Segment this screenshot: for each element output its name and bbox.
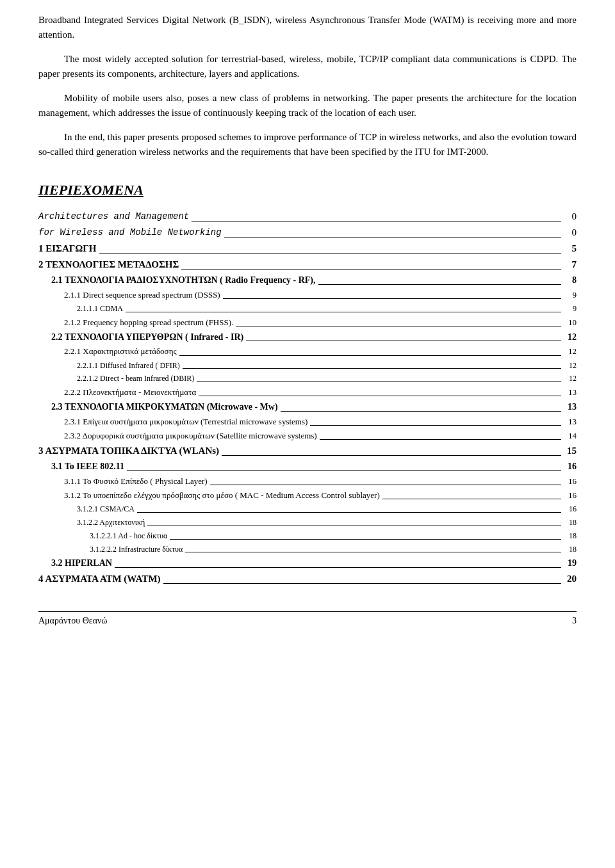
toc-dots-17	[222, 455, 561, 456]
toc-page-19: 16	[564, 476, 577, 487]
toc-dots-24	[185, 552, 561, 552]
toc-row-5: 2.1 ΤΕΧΝΟΛΟΓΙΑ ΡΑΔΙΟΣΥΧΝΟΤΗΤΩΝ ( Radio F…	[38, 274, 577, 287]
toc-label-16: 2.3.2 Δορυφορικά συστήματα μικροκυμάτων …	[64, 430, 317, 442]
toc-row-1: Architectures and Management 0	[38, 210, 577, 223]
toc-row-15: 2.3.1 Επίγεια συστήματα μικροκυμάτων (Te…	[38, 416, 577, 428]
toc-row-12: 2.2.1.2 Direct - beam Infrared (DBIR) 12	[38, 373, 577, 384]
toc-label-10: 2.2.1 Χαρακτηριστικά μετάδοσης	[64, 346, 177, 357]
toc-label-24: 3.1.2.2.2 Infrastructure δίκτυα	[90, 544, 183, 555]
toc-page-15: 13	[564, 416, 577, 428]
toc-label-22: 3.1.2.2 Αρχιτεκτονική	[77, 517, 145, 528]
toc-page-2: 0	[564, 226, 577, 239]
toc-page-4: 7	[564, 258, 577, 271]
toc-label-13: 2.2.2 Πλεονεκτήματα - Μειονεκτήματα	[64, 387, 196, 398]
toc-dots-3	[99, 253, 562, 253]
toc-page-10: 12	[564, 346, 577, 357]
toc-dots-11	[183, 368, 561, 369]
footer-page-number: 3	[572, 616, 577, 626]
toc-row-25: 3.2 HIPERLAN 19	[38, 557, 577, 570]
toc-page-24: 18	[564, 544, 577, 555]
paragraph-3: Mobility of mobile users also, poses a n…	[38, 91, 577, 120]
toc-row-22: 3.1.2.2 Αρχιτεκτονική 18	[38, 517, 577, 528]
toc-row-4: 2 ΤΕΧΝΟΛΟΓΙΕΣ ΜΕΤΑΔΟΣΗΣ 7	[38, 258, 577, 271]
toc-dots-22	[147, 526, 561, 526]
toc-label-25: 3.2 HIPERLAN	[51, 557, 112, 570]
paragraph-4: In the end, this paper presents proposed…	[38, 130, 577, 159]
toc-dots-6	[223, 298, 561, 299]
toc-dots-2	[224, 237, 561, 237]
toc-row-13: 2.2.2 Πλεονεκτήματα - Μειονεκτήματα 13	[38, 387, 577, 398]
page-footer: Αμαράντου Θεανώ 3	[38, 611, 577, 626]
toc-label-1: Architectures and Management	[38, 211, 189, 223]
toc-page-5: 8	[564, 274, 577, 287]
toc-dots-14	[281, 411, 561, 412]
toc-label-7: 2.1.1.1 CDMA	[77, 303, 123, 314]
toc-row-24: 3.1.2.2.2 Infrastructure δίκτυα 18	[38, 544, 577, 555]
page-content: Broadband Integrated Services Digital Ne…	[38, 0, 577, 626]
toc-row-9: 2.2 ΤΕΧΝΟΛΟΓΙΑ ΥΠΕΡΥΘΡΩΝ ( Infrared - IR…	[38, 331, 577, 344]
toc-label-26: 4 ΑΣΥΡΜΑΤΑ ΑΤΜ (WATM)	[38, 572, 161, 586]
toc-section-title: ΠΕΡΙΕΧΟΜΕΝΑ	[38, 182, 577, 198]
toc-label-21: 3.1.2.1 CSMA/CA	[77, 504, 135, 515]
toc-page-9: 12	[564, 331, 577, 344]
toc-page-6: 9	[564, 289, 577, 301]
toc-dots-4	[181, 269, 561, 269]
toc-row-18: 3.1 Το IEEE 802.11 16	[38, 460, 577, 473]
toc-page-14: 13	[564, 401, 577, 414]
toc-page-23: 18	[564, 531, 577, 542]
toc-label-17: 3 ΑΣΥΡΜΑΤΑ ΤΟΠΙΚΑ ΔΙΚΤΥΑ (WLANs)	[38, 444, 219, 458]
toc-label-3: 1 ΕΙΣΑΓΩΓΗ	[38, 242, 97, 255]
toc-dots-1	[192, 221, 561, 221]
toc-page-13: 13	[564, 387, 577, 398]
toc-label-14: 2.3 ΤΕΧΝΟΛΟΓΙΑ ΜΙΚΡΟΚΥΜΑΤΩΝ (Microwave -…	[51, 401, 278, 414]
toc-row-2: for Wireless and Mobile Networking 0	[38, 226, 577, 239]
toc-row-16: 2.3.2 Δορυφορικά συστήματα μικροκυμάτων …	[38, 430, 577, 442]
toc-label-5: 2.1 ΤΕΧΝΟΛΟΓΙΑ ΡΑΔΙΟΣΥΧΝΟΤΗΤΩΝ ( Radio F…	[51, 274, 316, 287]
toc-page-21: 16	[564, 504, 577, 515]
toc-page-16: 14	[564, 430, 577, 442]
toc-row-21: 3.1.2.1 CSMA/CA 16	[38, 504, 577, 515]
toc-label-15: 2.3.1 Επίγεια συστήματα μικροκυμάτων (Te…	[64, 416, 308, 428]
toc-page-25: 19	[564, 557, 577, 570]
toc-page-12: 12	[564, 373, 577, 384]
toc-label-4: 2 ΤΕΧΝΟΛΟΓΙΕΣ ΜΕΤΑΔΟΣΗΣ	[38, 258, 179, 271]
toc-dots-20	[382, 499, 561, 499]
toc-page-11: 12	[564, 360, 577, 371]
toc-row-14: 2.3 ΤΕΧΝΟΛΟΓΙΑ ΜΙΚΡΟΚΥΜΑΤΩΝ (Microwave -…	[38, 401, 577, 414]
toc-row-23: 3.1.2.2.1 Ad - hoc δίκτυα 18	[38, 531, 577, 542]
toc-label-23: 3.1.2.2.1 Ad - hoc δίκτυα	[90, 531, 167, 542]
toc-dots-10	[179, 355, 561, 356]
toc-dots-19	[210, 485, 561, 485]
toc-row-6: 2.1.1 Direct sequence spread spectrum (D…	[38, 289, 577, 301]
toc-dots-18	[127, 470, 561, 471]
toc-dots-7	[126, 312, 561, 312]
toc-label-19: 3.1.1 Το Φυσικό Επίπεδο ( Physical Layer…	[64, 476, 208, 487]
toc-row-20: 3.1.2 Το υποεπίπεδο ελέγχου πρόσβασης στ…	[38, 490, 577, 501]
toc-label-20: 3.1.2 Το υποεπίπεδο ελέγχου πρόσβασης στ…	[64, 490, 380, 501]
toc-dots-25	[115, 567, 561, 568]
toc-label-18: 3.1 Το IEEE 802.11	[51, 460, 124, 473]
toc-row-19: 3.1.1 Το Φυσικό Επίπεδο ( Physical Layer…	[38, 476, 577, 487]
toc-dots-9	[246, 341, 561, 341]
toc-label-8: 2.1.2 Frequency hopping spread spectrum …	[64, 317, 233, 328]
toc-page-18: 16	[564, 460, 577, 473]
toc-row-11: 2.2.1.1 Diffused Infrared ( DFIR) 12	[38, 360, 577, 371]
toc-row-17: 3 ΑΣΥΡΜΑΤΑ ΤΟΠΙΚΑ ΔΙΚΤΥΑ (WLANs) 15	[38, 444, 577, 458]
toc-label-11: 2.2.1.1 Diffused Infrared ( DFIR)	[77, 360, 180, 371]
toc-dots-12	[197, 382, 561, 382]
toc-page-8: 10	[564, 317, 577, 328]
toc-dots-5	[318, 284, 562, 285]
toc-row-8: 2.1.2 Frequency hopping spread spectrum …	[38, 317, 577, 328]
toc-page-3: 5	[564, 242, 577, 255]
toc-dots-15	[310, 425, 561, 426]
toc-dots-13	[199, 396, 561, 396]
paragraph-1: Broadband Integrated Services Digital Ne…	[38, 13, 577, 42]
toc-label-9: 2.2 ΤΕΧΝΟΛΟΓΙΑ ΥΠΕΡΥΘΡΩΝ ( Infrared - IR…	[51, 331, 243, 344]
toc-dots-21	[137, 512, 561, 513]
toc-row-26: 4 ΑΣΥΡΜΑΤΑ ΑΤΜ (WATM) 20	[38, 572, 577, 586]
toc-container: Architectures and Management 0 for Wirel…	[38, 210, 577, 586]
toc-label-2: for Wireless and Mobile Networking	[38, 227, 222, 239]
toc-page-1: 0	[564, 210, 577, 223]
footer-author: Αμαράντου Θεανώ	[38, 616, 108, 626]
toc-label-6: 2.1.1 Direct sequence spread spectrum (D…	[64, 289, 220, 301]
